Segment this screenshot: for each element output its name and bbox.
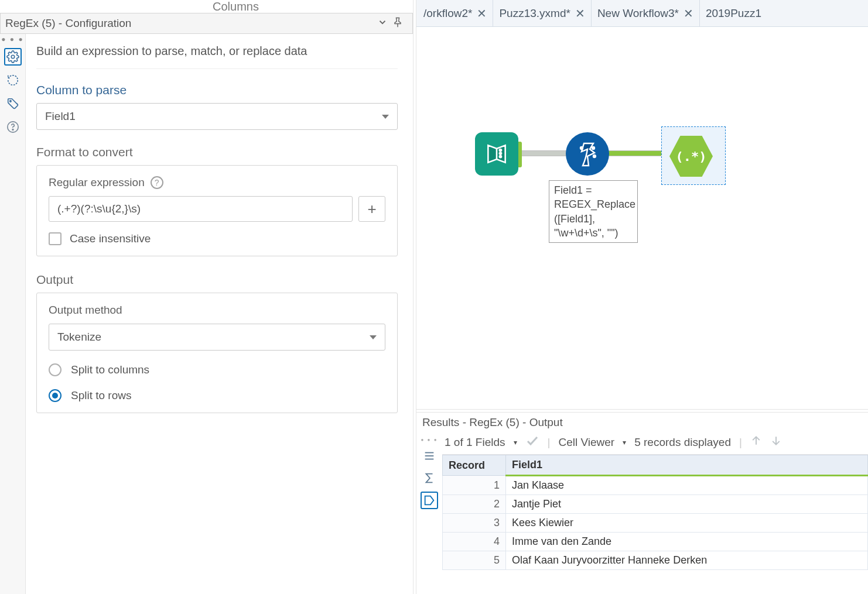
results-title: Results - RegEx (5) - Output [416, 413, 868, 432]
split-to-columns-radio[interactable] [49, 363, 61, 376]
case-insensitive-checkbox[interactable] [49, 232, 61, 245]
output-method-value: Tokenize [57, 331, 101, 344]
config-content: Build an expression to parse, match, or … [26, 34, 413, 594]
table-row[interactable]: 5Olaf Kaan Juryvoorzitter Hanneke Derken [443, 551, 868, 570]
configuration-panel: Columns RegEx (5) - Configuration ● ● ● [0, 0, 413, 594]
regex-plus-button[interactable]: + [358, 196, 385, 222]
cell-viewer-label[interactable]: Cell Viewer [558, 436, 614, 449]
regex-label: Regular expression [49, 176, 145, 189]
svg-point-1 [11, 55, 15, 59]
arrow-up-icon[interactable] [750, 435, 762, 449]
output-method-label: Output method [49, 304, 122, 317]
tab-label: 2019Puzz1 [706, 7, 761, 20]
svg-point-8 [500, 156, 501, 157]
svg-point-7 [500, 152, 501, 154]
results-grid[interactable]: Record Field1 1Jan Klaase2Jantje Piet3Ke… [442, 455, 868, 594]
split-to-rows-label: Split to rows [71, 389, 131, 402]
collapse-chevron-icon[interactable] [375, 17, 390, 30]
right-pane: /orkflow2* ✕ Puzz13.yxmd* ✕ New Workflow… [416, 0, 868, 594]
table-row[interactable]: 3Kees Kiewier [443, 514, 868, 533]
icon-rail: ● ● ● [0, 34, 26, 594]
sigma-icon[interactable] [421, 469, 438, 487]
rail-drag-dots-icon[interactable]: ● ● ● [1, 37, 23, 41]
column-to-parse-label: Column to parse [36, 83, 398, 97]
close-icon[interactable]: ✕ [684, 6, 693, 20]
arrow-down-icon[interactable] [770, 435, 782, 449]
config-title: RegEx (5) - Configuration [5, 17, 375, 30]
tab-workflow2[interactable]: /orkflow2* ✕ [418, 0, 493, 26]
close-icon[interactable]: ✕ [575, 6, 585, 20]
format-to-convert-label: Format to convert [36, 145, 398, 159]
tab-label: Puzz13.yxmd* [499, 7, 570, 20]
svg-point-4 [12, 129, 13, 131]
results-rail: ● ● ● [416, 432, 442, 594]
table-row[interactable]: 1Jan Klaase [443, 476, 868, 495]
svg-point-10 [592, 147, 594, 149]
column-to-parse-value: Field1 [45, 110, 76, 123]
fields-count-label: 1 of 1 Fields [445, 436, 505, 449]
close-icon[interactable]: ✕ [477, 6, 487, 20]
workflow-tab-strip: /orkflow2* ✕ Puzz13.yxmd* ✕ New Workflow… [416, 0, 868, 27]
field1-cell: Kees Kiewier [506, 514, 868, 533]
svg-point-2 [9, 101, 11, 102]
svg-point-11 [593, 155, 596, 157]
tab-label: New Workflow3* [597, 7, 679, 20]
wire-icon [604, 150, 668, 156]
help-icon[interactable] [4, 118, 22, 136]
list-icon[interactable] [421, 447, 438, 465]
record-cell: 2 [443, 495, 506, 514]
record-cell: 3 [443, 514, 506, 533]
output-anchor-icon[interactable] [421, 492, 438, 509]
format-group: Regular expression ? + Case insensitive [36, 165, 398, 256]
column-to-parse-select[interactable]: Field1 [36, 103, 398, 130]
output-label: Output [36, 273, 398, 287]
formula-tooltip: Field1 =REGEX_Replace([Field1],"\w+\d+\s… [549, 180, 638, 243]
cell-viewer-menu-button[interactable]: ▾ [623, 438, 626, 447]
results-toolbar: 1 of 1 Fields ▾ | Cell Viewer ▾ 5 record… [442, 432, 868, 455]
table-row[interactable]: 4Imme van den Zande [443, 533, 868, 551]
pin-icon[interactable] [390, 16, 405, 31]
tab-new-workflow3[interactable]: New Workflow3* ✕ [592, 0, 700, 26]
record-cell: 4 [443, 533, 506, 551]
field1-cell: Jantje Piet [506, 495, 868, 514]
field1-cell: Jan Klaase [506, 476, 868, 495]
gear-icon[interactable] [4, 48, 22, 66]
checkmark-icon[interactable] [525, 434, 539, 451]
regex-input[interactable] [49, 196, 353, 222]
split-to-columns-label: Split to columns [71, 363, 149, 376]
tag-icon[interactable] [4, 95, 22, 112]
table-row[interactable]: 2Jantje Piet [443, 495, 868, 514]
refresh-arrow-icon[interactable] [4, 71, 22, 89]
text-input-tool[interactable] [475, 132, 518, 176]
record-cell: 1 [443, 476, 506, 495]
output-method-select[interactable]: Tokenize [49, 324, 385, 351]
split-to-rows-radio[interactable] [49, 389, 61, 402]
formula-tool[interactable] [566, 132, 609, 176]
field1-cell: Olaf Kaan Juryvoorzitter Hanneke Derken [506, 551, 868, 570]
rail-drag-dots-icon[interactable]: ● ● ● [421, 437, 438, 442]
tab-2019puzz1[interactable]: 2019Puzz1 [700, 0, 767, 26]
wire-icon [516, 150, 569, 156]
regex-tool[interactable]: (.*) [669, 135, 713, 178]
results-pane: Results - RegEx (5) - Output ● ● ● 1 of … [416, 413, 868, 594]
svg-point-9 [580, 147, 583, 149]
config-description: Build an expression to parse, match, or … [36, 44, 398, 58]
tab-puzz13[interactable]: Puzz13.yxmd* ✕ [493, 0, 591, 26]
column-header-field1[interactable]: Field1 [506, 455, 868, 476]
chevron-down-icon [382, 115, 389, 119]
field1-cell: Imme van den Zande [506, 533, 868, 551]
output-group: Output method Tokenize Split to columns … [36, 293, 398, 413]
records-displayed-label: 5 records displayed [634, 436, 731, 449]
column-header-record[interactable]: Record [443, 455, 506, 476]
record-cell: 5 [443, 551, 506, 570]
regex-help-icon[interactable]: ? [151, 176, 163, 189]
case-insensitive-label: Case insensitive [70, 232, 151, 245]
columns-header: Columns [0, 0, 413, 13]
tab-label: /orkflow2* [423, 7, 472, 20]
svg-point-6 [500, 149, 501, 151]
regex-tool-label: (.*) [676, 149, 707, 164]
chevron-down-icon [370, 335, 377, 339]
workflow-canvas[interactable]: Field1 =REGEX_Replace([Field1],"\w+\d+\s… [416, 27, 868, 409]
config-title-bar: RegEx (5) - Configuration [0, 13, 413, 34]
fields-menu-button[interactable]: ▾ [514, 438, 517, 447]
